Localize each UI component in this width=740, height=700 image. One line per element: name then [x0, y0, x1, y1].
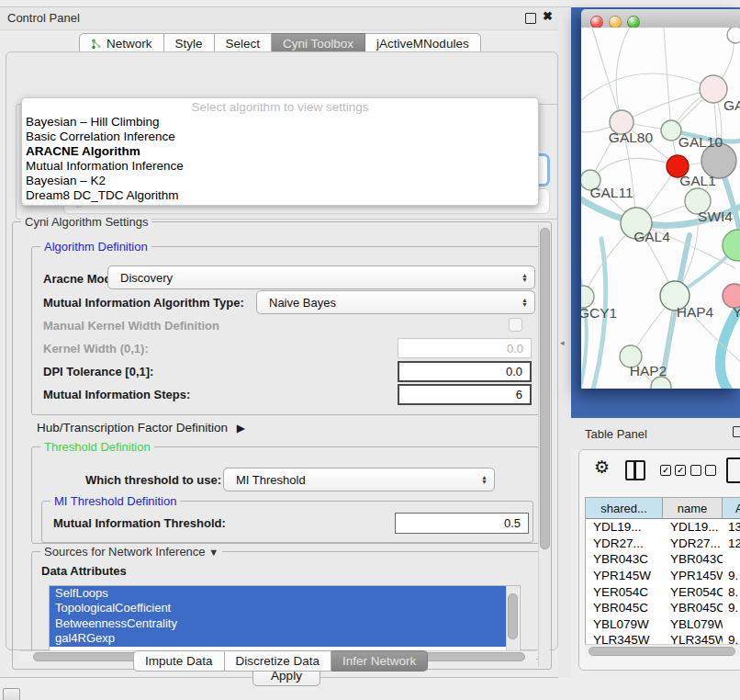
table-header-row: shared...nameA [586, 498, 740, 519]
network-edge [616, 28, 633, 122]
which-threshold-combo[interactable]: MI Threshold ▲▼ [223, 468, 495, 491]
threshold-definition-title: Threshold Definition [40, 440, 154, 454]
table-row[interactable]: YDR27...YDR27...12 [586, 536, 740, 552]
network-edge [622, 89, 713, 122]
hub-definition-toggle[interactable]: Hub/Transcription Factor Definition ▶ [37, 421, 245, 435]
table-panel-card: ⚙ ✓✓ shared...nameA YDL19...YDL19...13YD… [578, 449, 740, 671]
mac-close-button[interactable] [590, 16, 603, 28]
table-cell [723, 551, 740, 568]
table-float-window-icon[interactable] [733, 426, 740, 437]
which-threshold-value: MI Threshold [224, 473, 306, 487]
collapse-down-icon[interactable]: ▼ [208, 547, 219, 558]
table-hscrollbar[interactable] [585, 644, 740, 657]
mi-type-combo[interactable]: Naive Bayes ▲▼ [256, 290, 535, 314]
attribute-item-gal4rgexp[interactable]: gal4RGexp [50, 631, 511, 646]
network-edge-thick [581, 263, 587, 389]
tab-impute-data[interactable]: Impute Data [133, 650, 225, 672]
network-edge [592, 28, 622, 122]
table-row[interactable]: YPR145WYPR145W9. [586, 568, 740, 584]
kernel-width-field[interactable]: 0.0 [398, 338, 532, 358]
new-table-icon[interactable] [726, 457, 740, 483]
table-cell: YBR045C [586, 600, 663, 616]
algorithm-option-dream8-dc-tdc-algorithm[interactable]: Dream8 DC_TDC Algorithm [22, 188, 538, 203]
table-cell [723, 616, 740, 633]
mi-threshold-definition-group: MI Threshold Definition Mutual Informati… [41, 501, 533, 543]
algorithm-option-bayesian-hill-climbing[interactable]: Bayesian – Hill Climbing [22, 115, 538, 130]
splitter-collapse-icon[interactable]: ◂ [560, 338, 565, 347]
restore-panel-button[interactable] [3, 688, 20, 700]
table-cell: YPR145W [663, 568, 723, 584]
aracne-mode-combo[interactable]: Discovery ▲▼ [107, 265, 535, 289]
mac-zoom-button[interactable] [627, 16, 640, 28]
table-cell: 8. [723, 583, 740, 600]
table-cell: 13 [723, 519, 740, 536]
data-attributes-list[interactable]: SelfLoopsTopologicalCoefficientBetweenne… [49, 585, 521, 659]
deselect-all-checks-icon[interactable] [690, 465, 716, 476]
table-row[interactable]: YBR045CYBR045C9. [586, 600, 740, 616]
table-cell: YDR27... [586, 536, 663, 552]
network-canvas[interactable]: GALGAL80GAL10GAL1GAL11SWI4GAL4GCY1HAP4YH… [581, 28, 740, 389]
column-header-name[interactable]: name [663, 498, 723, 518]
mi-type-label: Mutual Information Algorithm Type: [43, 296, 244, 310]
dpi-tolerance-field[interactable]: 0.0 [398, 361, 532, 382]
which-threshold-label: Which threshold to use: [85, 473, 221, 487]
table-body: YDL19...YDL19...13YDR27...YDR27...12YBR0… [586, 519, 740, 646]
columns-icon[interactable] [625, 460, 645, 480]
table-row[interactable]: YBR043CYBR043C [586, 551, 740, 568]
node-label-gal: GAL [723, 97, 740, 113]
mi-type-value: Naive Bayes [257, 296, 336, 310]
node-label-gal1: GAL1 [679, 173, 716, 188]
stepper-icon: ▲▼ [481, 475, 488, 484]
table-panel-header: Table Panel [571, 418, 740, 449]
attribute-item-topologicalcoefficient[interactable]: TopologicalCoefficient [50, 601, 511, 615]
gear-icon[interactable]: ⚙ [594, 457, 610, 478]
stepper-icon: ▲▼ [521, 298, 528, 307]
attribute-list-vscrollbar[interactable] [506, 586, 519, 656]
mi-steps-label: Mutual Information Steps: [43, 388, 190, 401]
dpi-tolerance-label: DPI Tolerance [0,1]: [43, 365, 153, 378]
table-cell: 9. [723, 568, 740, 584]
node-label-gcy1: GCY1 [581, 305, 617, 321]
table-cell: YBR043C [663, 551, 723, 568]
table-cell: YPR145W [586, 568, 663, 584]
select-all-checks-icon[interactable]: ✓✓ [660, 465, 686, 476]
panel-splitter[interactable]: ◂ [558, 7, 571, 677]
table-cell: 9. [723, 600, 740, 616]
algorithm-definition-title: Algorithm Definition [40, 240, 151, 254]
float-window-icon[interactable] [525, 13, 536, 24]
tab-infer-network[interactable]: Infer Network [331, 650, 428, 672]
column-header-a[interactable]: A [723, 498, 740, 518]
table-cell: YBL079W [586, 616, 663, 633]
mi-steps-field[interactable]: 6 [398, 384, 532, 405]
algorithm-option-bayesian-k2[interactable]: Bayesian – K2 [22, 174, 538, 188]
manual-kernel-checkbox[interactable] [509, 318, 522, 332]
tab-discretize-data[interactable]: Discretize Data [225, 650, 332, 672]
network-node[interactable] [727, 28, 740, 43]
algorithm-option-basic-correlation-inference[interactable]: Basic Correlation Inference [22, 130, 538, 144]
node-label-hap2: HAP2 [630, 363, 667, 378]
column-header-shared[interactable]: shared... [586, 498, 663, 518]
tab-label: Style [175, 37, 203, 51]
mac-minimize-button[interactable] [609, 16, 622, 28]
algorithm-dropdown-items: Bayesian – Hill ClimbingBasic Correlatio… [22, 115, 538, 203]
table-cell: YDL19... [586, 519, 663, 536]
attribute-item-betweennesscentrality[interactable]: BetweennessCentrality [50, 616, 511, 631]
mi-threshold-label: Mutual Information Threshold: [53, 516, 226, 530]
network-edge [581, 73, 713, 105]
network-edge [590, 158, 678, 180]
table-row[interactable]: YER054CYER054C8. [586, 583, 740, 600]
network-window-titlebar[interactable] [581, 9, 740, 28]
algorithm-option-aracne-algorithm[interactable]: ARACNE Algorithm [22, 144, 538, 159]
bottom-tabs: Impute DataDiscretize DataInfer Network [133, 650, 428, 672]
sources-title: Sources for Network Inference ▼ [40, 545, 222, 559]
node-label-gal80: GAL80 [609, 130, 654, 145]
close-icon[interactable]: ✖ [543, 9, 553, 23]
table-row[interactable]: YBL079WYBL079W [586, 616, 740, 633]
mi-threshold-field[interactable]: 0.5 [395, 513, 529, 534]
settings-vscrollbar[interactable] [538, 224, 550, 667]
table-cell: 12 [723, 536, 740, 552]
hub-definition-label: Hub/Transcription Factor Definition [37, 421, 228, 435]
table-row[interactable]: YDL19...YDL19...13 [586, 519, 740, 536]
attribute-item-selfloops[interactable]: SelfLoops [50, 586, 511, 601]
algorithm-option-mutual-information-inference[interactable]: Mutual Information Inference [22, 159, 538, 174]
